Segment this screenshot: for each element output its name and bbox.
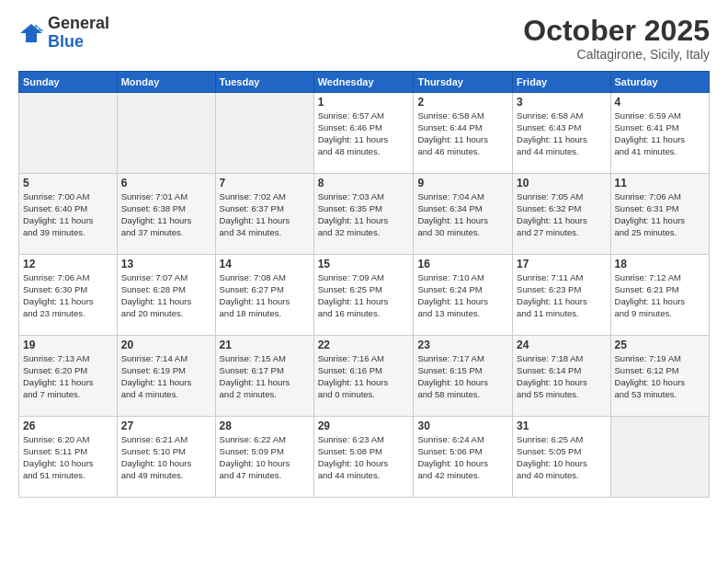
day-info: Sunrise: 7:10 AMSunset: 6:24 PMDaylight:… (417, 272, 508, 319)
day-info: Sunrise: 7:14 AMSunset: 6:19 PMDaylight:… (121, 353, 211, 400)
calendar-cell: 3Sunrise: 6:58 AMSunset: 6:43 PMDaylight… (513, 93, 610, 174)
calendar-cell: 21Sunrise: 7:15 AMSunset: 6:17 PMDayligh… (215, 336, 313, 417)
calendar-cell: 1Sunrise: 6:57 AMSunset: 6:46 PMDaylight… (313, 93, 414, 174)
day-info: Sunrise: 6:58 AMSunset: 6:43 PMDaylight:… (517, 110, 606, 157)
day-info: Sunrise: 7:03 AMSunset: 6:35 PMDaylight:… (318, 191, 410, 238)
day-info: Sunrise: 6:24 AMSunset: 5:06 PMDaylight:… (417, 434, 508, 481)
day-info: Sunrise: 7:15 AMSunset: 6:17 PMDaylight:… (220, 353, 310, 400)
day-info: Sunrise: 7:02 AMSunset: 6:37 PMDaylight:… (220, 191, 310, 238)
day-header-tuesday: Tuesday (215, 72, 313, 93)
day-number: 19 (23, 339, 113, 351)
calendar-cell (117, 93, 215, 174)
day-info: Sunrise: 6:23 AMSunset: 5:08 PMDaylight:… (318, 434, 410, 481)
day-number: 22 (318, 339, 410, 351)
calendar-cell (19, 93, 118, 174)
day-info: Sunrise: 6:21 AMSunset: 5:10 PMDaylight:… (121, 434, 211, 481)
day-number: 10 (517, 177, 606, 190)
day-header-saturday: Saturday (610, 72, 709, 93)
calendar-week-5: 26Sunrise: 6:20 AMSunset: 5:11 PMDayligh… (19, 417, 710, 498)
logo-text: General Blue (48, 15, 109, 52)
header: General Blue October 2025 Caltagirone, S… (18, 15, 710, 62)
day-number: 6 (121, 177, 211, 190)
calendar-week-2: 5Sunrise: 7:00 AMSunset: 6:40 PMDaylight… (19, 174, 710, 255)
day-info: Sunrise: 7:06 AMSunset: 6:31 PMDaylight:… (615, 191, 705, 238)
logo: General Blue (18, 15, 109, 52)
svg-marker-1 (20, 24, 42, 42)
calendar-cell: 12Sunrise: 7:06 AMSunset: 6:30 PMDayligh… (19, 255, 118, 336)
day-number: 8 (318, 177, 410, 190)
location: Caltagirone, Sicily, Italy (523, 47, 710, 62)
day-header-wednesday: Wednesday (313, 72, 414, 93)
day-number: 20 (121, 339, 211, 351)
calendar-cell: 8Sunrise: 7:03 AMSunset: 6:35 PMDaylight… (313, 174, 414, 255)
day-number: 9 (417, 177, 508, 190)
calendar-cell (610, 417, 709, 498)
day-info: Sunrise: 7:01 AMSunset: 6:38 PMDaylight:… (121, 191, 211, 238)
calendar-cell: 5Sunrise: 7:00 AMSunset: 6:40 PMDaylight… (19, 174, 118, 255)
day-number: 5 (23, 177, 113, 190)
day-info: Sunrise: 6:57 AMSunset: 6:46 PMDaylight:… (318, 110, 410, 157)
calendar-week-3: 12Sunrise: 7:06 AMSunset: 6:30 PMDayligh… (19, 255, 710, 336)
day-number: 13 (121, 258, 211, 270)
calendar-cell: 10Sunrise: 7:05 AMSunset: 6:32 PMDayligh… (513, 174, 610, 255)
calendar-cell: 2Sunrise: 6:58 AMSunset: 6:44 PMDaylight… (414, 93, 513, 174)
calendar-cell: 30Sunrise: 6:24 AMSunset: 5:06 PMDayligh… (414, 417, 513, 498)
calendar-cell: 4Sunrise: 6:59 AMSunset: 6:41 PMDaylight… (610, 93, 709, 174)
month-title: October 2025 (523, 15, 710, 47)
day-info: Sunrise: 7:18 AMSunset: 6:14 PMDaylight:… (517, 353, 606, 400)
calendar-cell: 26Sunrise: 6:20 AMSunset: 5:11 PMDayligh… (19, 417, 118, 498)
day-number: 3 (517, 96, 606, 109)
calendar-cell: 29Sunrise: 6:23 AMSunset: 5:08 PMDayligh… (313, 417, 414, 498)
day-number: 24 (517, 339, 606, 351)
day-number: 7 (220, 177, 310, 190)
calendar-cell: 13Sunrise: 7:07 AMSunset: 6:28 PMDayligh… (117, 255, 215, 336)
calendar-cell: 9Sunrise: 7:04 AMSunset: 6:34 PMDaylight… (414, 174, 513, 255)
logo-blue: Blue (48, 32, 84, 51)
calendar-cell: 22Sunrise: 7:16 AMSunset: 6:16 PMDayligh… (313, 336, 414, 417)
calendar-week-1: 1Sunrise: 6:57 AMSunset: 6:46 PMDaylight… (19, 93, 710, 174)
day-info: Sunrise: 6:58 AMSunset: 6:44 PMDaylight:… (417, 110, 508, 157)
day-info: Sunrise: 7:07 AMSunset: 6:28 PMDaylight:… (121, 272, 211, 319)
day-number: 1 (318, 96, 410, 109)
calendar-week-4: 19Sunrise: 7:13 AMSunset: 6:20 PMDayligh… (19, 336, 710, 417)
day-info: Sunrise: 7:17 AMSunset: 6:15 PMDaylight:… (417, 353, 508, 400)
calendar-cell: 15Sunrise: 7:09 AMSunset: 6:25 PMDayligh… (313, 255, 414, 336)
day-info: Sunrise: 6:25 AMSunset: 5:05 PMDaylight:… (517, 434, 606, 481)
day-number: 23 (417, 339, 508, 351)
calendar-cell: 14Sunrise: 7:08 AMSunset: 6:27 PMDayligh… (215, 255, 313, 336)
day-info: Sunrise: 6:20 AMSunset: 5:11 PMDaylight:… (23, 434, 113, 481)
calendar-cell: 23Sunrise: 7:17 AMSunset: 6:15 PMDayligh… (414, 336, 513, 417)
day-number: 14 (220, 258, 310, 270)
day-number: 18 (615, 258, 705, 270)
calendar-cell: 18Sunrise: 7:12 AMSunset: 6:21 PMDayligh… (610, 255, 709, 336)
day-info: Sunrise: 7:05 AMSunset: 6:32 PMDaylight:… (517, 191, 606, 238)
calendar-cell: 27Sunrise: 6:21 AMSunset: 5:10 PMDayligh… (117, 417, 215, 498)
calendar-cell: 24Sunrise: 7:18 AMSunset: 6:14 PMDayligh… (513, 336, 610, 417)
day-number: 21 (220, 339, 310, 351)
day-info: Sunrise: 7:12 AMSunset: 6:21 PMDaylight:… (615, 272, 705, 319)
day-number: 12 (23, 258, 113, 270)
page: General Blue October 2025 Caltagirone, S… (0, 0, 728, 563)
logo-general: General (48, 14, 109, 32)
calendar-cell: 25Sunrise: 7:19 AMSunset: 6:12 PMDayligh… (610, 336, 709, 417)
calendar-cell (215, 93, 313, 174)
title-block: October 2025 Caltagirone, Sicily, Italy (523, 15, 710, 62)
day-number: 28 (220, 419, 310, 432)
calendar-cell: 7Sunrise: 7:02 AMSunset: 6:37 PMDaylight… (215, 174, 313, 255)
day-number: 2 (417, 96, 508, 109)
day-info: Sunrise: 7:06 AMSunset: 6:30 PMDaylight:… (23, 272, 113, 319)
calendar-cell: 16Sunrise: 7:10 AMSunset: 6:24 PMDayligh… (414, 255, 513, 336)
day-info: Sunrise: 6:22 AMSunset: 5:09 PMDaylight:… (220, 434, 310, 481)
day-number: 26 (23, 419, 113, 432)
day-info: Sunrise: 7:08 AMSunset: 6:27 PMDaylight:… (220, 272, 310, 319)
day-number: 31 (517, 419, 606, 432)
day-info: Sunrise: 7:11 AMSunset: 6:23 PMDaylight:… (517, 272, 606, 319)
calendar-cell: 31Sunrise: 6:25 AMSunset: 5:05 PMDayligh… (513, 417, 610, 498)
day-header-monday: Monday (117, 72, 215, 93)
day-info: Sunrise: 7:19 AMSunset: 6:12 PMDaylight:… (615, 353, 705, 400)
calendar-cell: 6Sunrise: 7:01 AMSunset: 6:38 PMDaylight… (117, 174, 215, 255)
day-info: Sunrise: 7:13 AMSunset: 6:20 PMDaylight:… (23, 353, 113, 400)
day-header-sunday: Sunday (19, 72, 118, 93)
day-number: 30 (417, 419, 508, 432)
day-number: 11 (615, 177, 705, 190)
